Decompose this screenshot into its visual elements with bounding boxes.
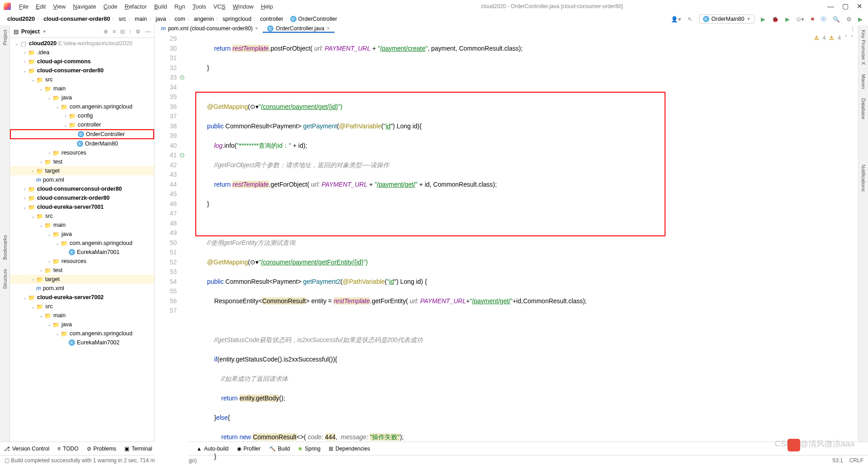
tab-pom[interactable]: mpom.xml (cloud-consumer-order80)×: [156, 25, 263, 33]
tree-resources[interactable]: ›📁resources: [10, 148, 154, 157]
tree-api-commons[interactable]: ›📁cloud-api-commons: [10, 57, 154, 66]
menu-vcs[interactable]: VCS: [210, 3, 229, 10]
stop-icon[interactable]: ■: [811, 16, 814, 22]
crumb-8[interactable]: controller: [258, 16, 285, 22]
tree-e2-pkg[interactable]: ⌄📁com.angenin.springcloud: [10, 329, 154, 338]
sidebar-database[interactable]: Database: [861, 98, 866, 119]
crumb-0[interactable]: cloud2020: [5, 16, 37, 22]
menu-window[interactable]: Window: [229, 3, 257, 10]
hide-icon[interactable]: —: [145, 28, 151, 35]
tree-e1-target[interactable]: ›📁target: [10, 275, 154, 284]
tabs-more[interactable]: ⁝: [847, 25, 858, 33]
tree-pkg[interactable]: ⌄📁com.angenin.springcloud: [10, 102, 154, 111]
tab-todo[interactable]: ≡TODO: [57, 446, 78, 452]
collapse-icon[interactable]: ⊟: [120, 28, 125, 35]
tree-java[interactable]: ⌄📁java: [10, 93, 154, 102]
crumb-7[interactable]: springcloud: [221, 16, 253, 22]
tree-consumer80[interactable]: ⌄📁cloud-consumer-order80: [10, 66, 154, 75]
menu-build[interactable]: Build: [151, 3, 171, 10]
tree-e1-test[interactable]: ›📁test: [10, 266, 154, 275]
menu-navigate[interactable]: Navigate: [69, 3, 99, 10]
code-content[interactable]: return restTemplate.postForObject( url: …: [189, 33, 858, 465]
menu-code[interactable]: Code: [100, 3, 121, 10]
options-icon[interactable]: ⁝: [129, 28, 131, 35]
sidebar-maven[interactable]: Maven: [861, 74, 866, 89]
menu-run[interactable]: Run: [171, 3, 189, 10]
code-editor[interactable]: 2930313233343536373839404142434445464748…: [155, 33, 858, 465]
menu-help[interactable]: Help: [257, 3, 277, 10]
status-icon[interactable]: ▢: [5, 457, 9, 464]
add-user-icon[interactable]: 👤▾: [671, 16, 681, 23]
close-button[interactable]: ✕: [857, 2, 863, 10]
menu-edit[interactable]: Edit: [32, 3, 49, 10]
tab-problems[interactable]: ⊘Problems: [87, 446, 117, 452]
tree-e2-main[interactable]: ⌄📁main: [10, 311, 154, 320]
tree-e1-pkg[interactable]: ⌄📁com.angenin.springcloud: [10, 239, 154, 248]
close-icon[interactable]: ×: [255, 25, 258, 32]
locate-icon[interactable]: ⊕: [104, 28, 108, 35]
tree-e2-src[interactable]: ⌄📁src: [10, 302, 154, 311]
crumb-3[interactable]: main: [133, 16, 149, 22]
menu-tools[interactable]: Tools: [189, 3, 210, 10]
tree-eureka1[interactable]: ⌄📁cloud-eureka-server7001: [10, 202, 154, 211]
crumb-6[interactable]: angenin: [192, 16, 216, 22]
coverage-icon[interactable]: ▶: [785, 16, 790, 23]
chevron-up-icon[interactable]: ˄: [844, 35, 847, 41]
settings-icon[interactable]: ⚙: [846, 16, 852, 23]
sidebar-structure[interactable]: Structure: [2, 269, 8, 289]
tree-pom[interactable]: mpom.xml: [10, 175, 154, 184]
tree-e1-pom[interactable]: mpom.xml: [10, 284, 154, 293]
crumb-9[interactable]: OrderController: [297, 16, 339, 22]
translate-icon[interactable]: ㊥: [821, 15, 826, 23]
sidebar-keypromoter[interactable]: Key Promoter X: [861, 30, 866, 65]
tree-idea[interactable]: ›📁.idea: [10, 48, 154, 57]
tree-e1-java[interactable]: ⌄📁java: [10, 230, 154, 239]
search-icon[interactable]: 🔍: [833, 16, 840, 23]
expand-icon[interactable]: ≡: [113, 28, 116, 35]
menu-view[interactable]: View: [49, 3, 69, 10]
crumb-2[interactable]: src: [117, 16, 128, 22]
tree-config[interactable]: ›📁config: [10, 111, 154, 120]
tree-ordermain[interactable]: COrderMain80: [10, 139, 154, 148]
sidebar-notifications[interactable]: Notifications: [861, 164, 866, 192]
tree-controller[interactable]: ⌄📁controller: [10, 120, 154, 129]
maximize-button[interactable]: ▢: [842, 2, 849, 10]
run-config[interactable]: C OrderMain80 ▼: [699, 14, 755, 23]
tree-eurekamain1[interactable]: CEurekaMain7001: [10, 248, 154, 257]
sidebar-project[interactable]: Project: [2, 30, 8, 45]
sidebar-bookmarks[interactable]: Bookmarks: [2, 235, 8, 260]
tree-main[interactable]: ⌄📁main: [10, 84, 154, 93]
tree-e1-main[interactable]: ⌄📁main: [10, 221, 154, 230]
tree-root[interactable]: ⌄▢cloud2020 E:\idea-workspace\cloud2020: [10, 39, 154, 48]
tree-e1-resources[interactable]: ›📁resources: [10, 257, 154, 266]
crumb-4[interactable]: java: [154, 16, 168, 22]
menu-file[interactable]: File: [15, 3, 32, 10]
play-green-icon[interactable]: ▶: [858, 16, 863, 23]
profile-icon[interactable]: ⊙▾: [796, 16, 804, 23]
tab-terminal[interactable]: ▣Terminal: [124, 446, 152, 452]
run-icon[interactable]: ▶: [761, 16, 765, 23]
tree-test[interactable]: ›📁test: [10, 157, 154, 166]
menu-refactor[interactable]: Refactor: [121, 3, 151, 10]
settings-gear-icon[interactable]: ⚙: [136, 28, 141, 35]
close-icon[interactable]: ×: [326, 25, 330, 32]
tree-e1-src[interactable]: ⌄📁src: [10, 211, 154, 221]
tree-consul[interactable]: ›📁cloud-consumerconsul-order80: [10, 184, 154, 193]
debug-icon[interactable]: 🐞: [772, 16, 779, 23]
minimize-button[interactable]: —: [827, 2, 834, 10]
tree-ordercontroller[interactable]: COrderController: [10, 129, 154, 139]
tree-zk[interactable]: ›📁cloud-consumerzk-order80: [10, 193, 154, 202]
back-icon[interactable]: ↖: [688, 16, 693, 23]
chevron-down-icon[interactable]: ˅: [851, 35, 854, 41]
tree-target[interactable]: ›📁target: [10, 166, 154, 175]
crumb-1[interactable]: cloud-consumer-order80: [42, 16, 112, 22]
tree-src[interactable]: ⌄📁src: [10, 75, 154, 84]
tree-e2-java[interactable]: ⌄📁java: [10, 320, 154, 329]
gutter-inherit-icon[interactable]: ⊙: [179, 150, 189, 160]
gutter-inherit-icon[interactable]: ⊙: [179, 73, 189, 83]
tab-ordercontroller[interactable]: COrderController.java×: [263, 25, 334, 33]
tab-version-control[interactable]: ⎇Version Control: [4, 446, 49, 452]
crumb-5[interactable]: com: [173, 16, 187, 22]
tree-eureka2[interactable]: ⌄📁cloud-eureka-server7002: [10, 293, 154, 302]
inspection-widget[interactable]: ⚠4 ⚠4 ˄ ˅: [814, 35, 854, 41]
